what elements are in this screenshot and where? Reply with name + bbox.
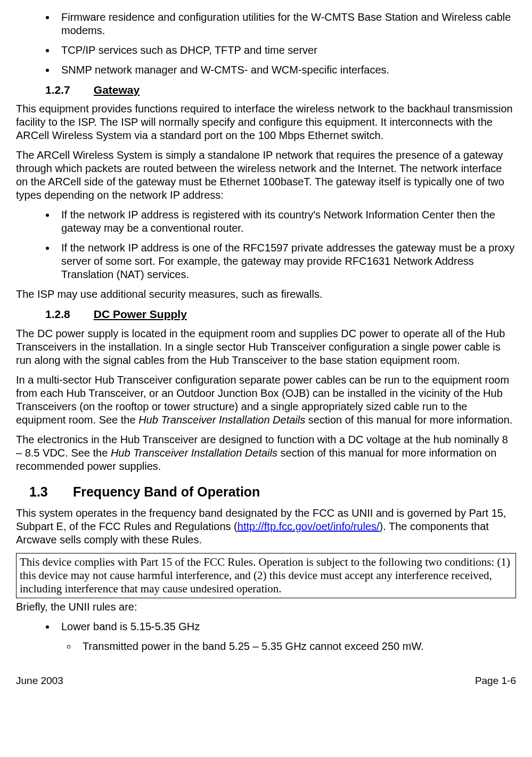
paragraph: The electronics in the Hub Transceiver a…: [16, 433, 516, 473]
list-item: Lower band is 5.15-5.35 GHz: [56, 620, 516, 633]
paragraph: The ARCell Wireless System is simply a s…: [16, 149, 516, 202]
italic-text: Hub Transceiver Installation Details: [138, 414, 305, 426]
italic-text: Hub Transceiver Installation Details: [111, 447, 277, 459]
top-bullet-list: Firmware residence and configuration uti…: [16, 11, 516, 77]
paragraph: The DC power supply is located in the eq…: [16, 327, 516, 367]
paragraph: This equipment provides functions requir…: [16, 102, 516, 142]
heading-title: Frequency Band of Operation: [73, 484, 260, 499]
paragraph: The ISP may use additional security meas…: [16, 288, 516, 301]
compliance-box: This device complies with Part 15 of the…: [16, 553, 516, 599]
heading-number: 1.2.8: [45, 307, 91, 321]
list-item: If the network IP address is one of the …: [56, 241, 516, 281]
heading-title: Gateway: [94, 84, 140, 96]
heading-number: 1.2.7: [45, 83, 91, 97]
paragraph: This system operates in the frequency ba…: [16, 507, 516, 547]
gateway-bullet-list: If the network IP address is registered …: [16, 208, 516, 281]
list-item: Transmitted power in the band 5.25 – 5.3…: [77, 640, 516, 653]
unii-bullet-list: Lower band is 5.15-5.35 GHz: [16, 620, 516, 633]
fcc-rules-link[interactable]: http://ftp.fcc.gov/oet/info/rules/: [238, 520, 380, 532]
heading-number: 1.3: [29, 484, 69, 500]
list-item: TCP/IP services such as DHCP, TFTP and t…: [56, 44, 516, 57]
paragraph: In a multi-sector Hub Transceiver config…: [16, 373, 516, 427]
list-item: SNMP network manager and W-CMTS- and WCM…: [56, 63, 516, 77]
heading-title: DC Power Supply: [94, 308, 187, 320]
unii-sub-bullet-list: Transmitted power in the band 5.25 – 5.3…: [16, 640, 516, 653]
list-item: If the network IP address is registered …: [56, 208, 516, 235]
list-item: Firmware residence and configuration uti…: [56, 11, 516, 37]
text: section of this manual for more informat…: [305, 414, 512, 426]
page-footer: June 2003 Page 1-6: [16, 674, 516, 687]
heading-frequency-band: 1.3 Frequency Band of Operation: [16, 484, 516, 500]
footer-page: Page 1-6: [475, 674, 516, 687]
heading-dc-power-supply: 1.2.8 DC Power Supply: [16, 307, 516, 321]
footer-date: June 2003: [16, 674, 63, 687]
heading-gateway: 1.2.7 Gateway: [16, 83, 516, 97]
paragraph: Briefly, the UNII rules are:: [16, 600, 516, 614]
